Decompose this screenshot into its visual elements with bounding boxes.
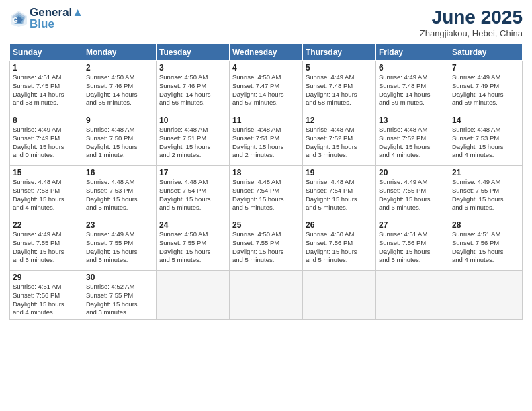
table-row: 7Sunrise: 4:49 AMSunset: 7:49 PMDaylight… bbox=[449, 61, 523, 113]
table-row: 27Sunrise: 4:51 AMSunset: 7:56 PMDayligh… bbox=[376, 218, 449, 271]
day-number: 16 bbox=[86, 168, 153, 177]
cell-info: Sunrise: 4:50 AMSunset: 7:47 PMDaylight:… bbox=[232, 73, 284, 106]
location: Zhangjiakou, Hebei, China bbox=[420, 28, 523, 38]
day-number: 26 bbox=[306, 220, 373, 230]
calendar-row: 15Sunrise: 4:48 AMSunset: 7:53 PMDayligh… bbox=[10, 166, 523, 218]
cell-info: Sunrise: 4:48 AMSunset: 7:52 PMDaylight:… bbox=[379, 126, 431, 158]
cell-info: Sunrise: 4:49 AMSunset: 7:55 PMDaylight:… bbox=[86, 230, 138, 263]
title-block: June 2025 Zhangjiakou, Hebei, China bbox=[420, 7, 523, 38]
table-row bbox=[157, 271, 230, 320]
table-row: 3Sunrise: 4:50 AMSunset: 7:46 PMDaylight… bbox=[157, 61, 230, 113]
day-number: 17 bbox=[159, 168, 226, 177]
table-row: 5Sunrise: 4:49 AMSunset: 7:48 PMDaylight… bbox=[303, 61, 376, 113]
table-row: 2Sunrise: 4:50 AMSunset: 7:46 PMDaylight… bbox=[83, 61, 157, 113]
cell-info: Sunrise: 4:48 AMSunset: 7:52 PMDaylight:… bbox=[306, 126, 357, 158]
col-tuesday: Tuesday bbox=[157, 44, 230, 61]
day-number: 14 bbox=[452, 116, 519, 125]
logo-text: General▲ Blue bbox=[30, 7, 83, 30]
col-wednesday: Wednesday bbox=[230, 44, 303, 61]
calendar: Sunday Monday Tuesday Wednesday Thursday… bbox=[9, 44, 523, 320]
day-number: 23 bbox=[86, 220, 153, 230]
table-row: 1Sunrise: 4:51 AMSunset: 7:45 PMDaylight… bbox=[10, 61, 83, 113]
day-number: 9 bbox=[86, 116, 153, 125]
cell-info: Sunrise: 4:49 AMSunset: 7:55 PMDaylight:… bbox=[379, 178, 431, 211]
table-row: 26Sunrise: 4:50 AMSunset: 7:56 PMDayligh… bbox=[303, 218, 376, 271]
cell-info: Sunrise: 4:51 AMSunset: 7:56 PMDaylight:… bbox=[452, 230, 504, 263]
table-row: 19Sunrise: 4:48 AMSunset: 7:54 PMDayligh… bbox=[303, 166, 376, 218]
day-number: 2 bbox=[86, 63, 153, 73]
day-number: 25 bbox=[232, 220, 300, 230]
day-number: 3 bbox=[159, 63, 226, 73]
table-row: 22Sunrise: 4:49 AMSunset: 7:55 PMDayligh… bbox=[10, 218, 83, 271]
cell-info: Sunrise: 4:52 AMSunset: 7:55 PMDaylight:… bbox=[86, 283, 138, 316]
table-row: 16Sunrise: 4:48 AMSunset: 7:53 PMDayligh… bbox=[83, 166, 157, 218]
calendar-row: 22Sunrise: 4:49 AMSunset: 7:55 PMDayligh… bbox=[10, 218, 523, 271]
col-sunday: Sunday bbox=[10, 44, 83, 61]
col-saturday: Saturday bbox=[449, 44, 523, 61]
day-number: 7 bbox=[452, 63, 519, 73]
table-row: 10Sunrise: 4:48 AMSunset: 7:51 PMDayligh… bbox=[157, 113, 230, 166]
day-number: 24 bbox=[159, 220, 226, 230]
calendar-row: 8Sunrise: 4:49 AMSunset: 7:49 PMDaylight… bbox=[10, 113, 523, 166]
cell-info: Sunrise: 4:48 AMSunset: 7:54 PMDaylight:… bbox=[306, 178, 357, 211]
day-number: 18 bbox=[232, 168, 300, 177]
table-row: 13Sunrise: 4:48 AMSunset: 7:52 PMDayligh… bbox=[376, 113, 449, 166]
logo-icon: G bbox=[9, 9, 28, 28]
day-number: 5 bbox=[306, 63, 373, 73]
cell-info: Sunrise: 4:50 AMSunset: 7:46 PMDaylight:… bbox=[86, 73, 138, 106]
cell-info: Sunrise: 4:48 AMSunset: 7:54 PMDaylight:… bbox=[159, 178, 211, 211]
day-number: 4 bbox=[232, 63, 300, 73]
day-number: 22 bbox=[13, 220, 80, 230]
cell-info: Sunrise: 4:48 AMSunset: 7:50 PMDaylight:… bbox=[86, 126, 138, 158]
table-row bbox=[376, 271, 449, 320]
day-number: 30 bbox=[86, 273, 153, 282]
cell-info: Sunrise: 4:49 AMSunset: 7:48 PMDaylight:… bbox=[306, 73, 357, 106]
calendar-row: 1Sunrise: 4:51 AMSunset: 7:45 PMDaylight… bbox=[10, 61, 523, 113]
table-row: 15Sunrise: 4:48 AMSunset: 7:53 PMDayligh… bbox=[10, 166, 83, 218]
col-monday: Monday bbox=[83, 44, 157, 61]
cell-info: Sunrise: 4:51 AMSunset: 7:56 PMDaylight:… bbox=[379, 230, 431, 263]
logo: G General▲ Blue bbox=[9, 7, 83, 30]
table-row bbox=[230, 271, 303, 320]
day-number: 27 bbox=[379, 220, 446, 230]
cell-info: Sunrise: 4:49 AMSunset: 7:49 PMDaylight:… bbox=[13, 126, 64, 158]
day-number: 15 bbox=[13, 168, 80, 177]
table-row: 30Sunrise: 4:52 AMSunset: 7:55 PMDayligh… bbox=[83, 271, 157, 320]
table-row: 14Sunrise: 4:48 AMSunset: 7:53 PMDayligh… bbox=[449, 113, 523, 166]
table-row: 18Sunrise: 4:48 AMSunset: 7:54 PMDayligh… bbox=[230, 166, 303, 218]
day-number: 12 bbox=[306, 116, 373, 125]
table-row: 8Sunrise: 4:49 AMSunset: 7:49 PMDaylight… bbox=[10, 113, 83, 166]
cell-info: Sunrise: 4:50 AMSunset: 7:46 PMDaylight:… bbox=[159, 73, 211, 106]
cell-info: Sunrise: 4:51 AMSunset: 7:56 PMDaylight:… bbox=[13, 283, 64, 316]
calendar-row: 29Sunrise: 4:51 AMSunset: 7:56 PMDayligh… bbox=[10, 271, 523, 320]
day-number: 1 bbox=[13, 63, 80, 73]
table-row: 12Sunrise: 4:48 AMSunset: 7:52 PMDayligh… bbox=[303, 113, 376, 166]
day-number: 13 bbox=[379, 116, 446, 125]
day-number: 8 bbox=[13, 116, 80, 125]
cell-info: Sunrise: 4:48 AMSunset: 7:53 PMDaylight:… bbox=[13, 178, 64, 211]
col-thursday: Thursday bbox=[303, 44, 376, 61]
month-title: June 2025 bbox=[420, 7, 523, 28]
table-row: 9Sunrise: 4:48 AMSunset: 7:50 PMDaylight… bbox=[83, 113, 157, 166]
table-row: 21Sunrise: 4:49 AMSunset: 7:55 PMDayligh… bbox=[449, 166, 523, 218]
cell-info: Sunrise: 4:48 AMSunset: 7:53 PMDaylight:… bbox=[86, 178, 138, 211]
cell-info: Sunrise: 4:48 AMSunset: 7:53 PMDaylight:… bbox=[452, 126, 504, 158]
day-number: 28 bbox=[452, 220, 519, 230]
cell-info: Sunrise: 4:50 AMSunset: 7:55 PMDaylight:… bbox=[232, 230, 284, 263]
header: G General▲ Blue June 2025 Zhangjiakou, H… bbox=[9, 7, 523, 38]
table-row bbox=[303, 271, 376, 320]
cell-info: Sunrise: 4:48 AMSunset: 7:51 PMDaylight:… bbox=[232, 126, 284, 158]
cell-info: Sunrise: 4:50 AMSunset: 7:55 PMDaylight:… bbox=[159, 230, 211, 263]
table-row: 24Sunrise: 4:50 AMSunset: 7:55 PMDayligh… bbox=[157, 218, 230, 271]
cell-info: Sunrise: 4:48 AMSunset: 7:51 PMDaylight:… bbox=[159, 126, 211, 158]
svg-text:G: G bbox=[13, 17, 18, 24]
table-row: 25Sunrise: 4:50 AMSunset: 7:55 PMDayligh… bbox=[230, 218, 303, 271]
cell-info: Sunrise: 4:51 AMSunset: 7:45 PMDaylight:… bbox=[13, 73, 64, 106]
table-row: 6Sunrise: 4:49 AMSunset: 7:48 PMDaylight… bbox=[376, 61, 449, 113]
table-row: 29Sunrise: 4:51 AMSunset: 7:56 PMDayligh… bbox=[10, 271, 83, 320]
table-row: 17Sunrise: 4:48 AMSunset: 7:54 PMDayligh… bbox=[157, 166, 230, 218]
day-number: 10 bbox=[159, 116, 226, 125]
day-number: 19 bbox=[306, 168, 373, 177]
cell-info: Sunrise: 4:48 AMSunset: 7:54 PMDaylight:… bbox=[232, 178, 284, 211]
table-row: 4Sunrise: 4:50 AMSunset: 7:47 PMDaylight… bbox=[230, 61, 303, 113]
